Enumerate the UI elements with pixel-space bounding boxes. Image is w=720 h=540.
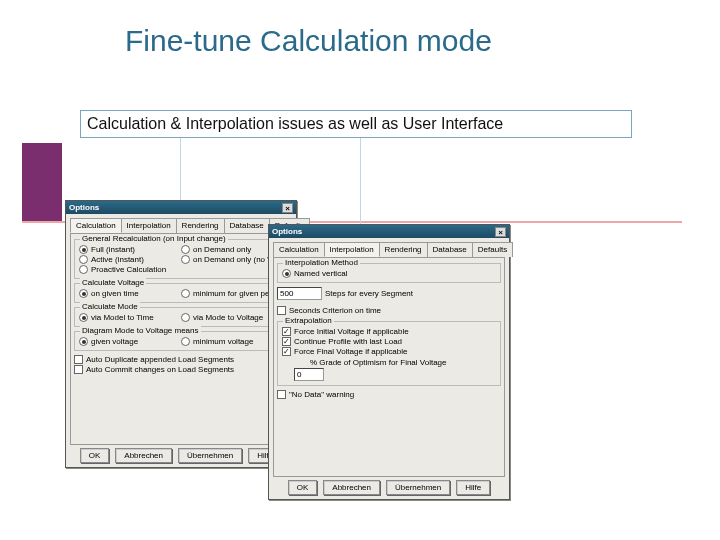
radio-label: on Demand only (193, 245, 251, 254)
arrow-to-calculation (180, 138, 181, 202)
group-legend: General Recalculation (on Input change) (80, 234, 228, 243)
group-legend: Calculate Voltage (80, 278, 146, 287)
radio-label: Active (instant) (91, 255, 144, 264)
radio-on-demand-nowarn[interactable] (181, 255, 190, 264)
ok-button[interactable]: OK (288, 480, 318, 495)
help-button[interactable]: Hilfe (456, 480, 490, 495)
pct-input[interactable] (294, 368, 324, 381)
tab-panel: General Recalculation (on Input change) … (70, 233, 292, 445)
tab-rendering[interactable]: Rendering (379, 242, 428, 257)
group-legend: Calculate Mode (80, 302, 140, 311)
group-extrapolation: Extrapolation Force Initial Voltage if a… (277, 321, 501, 386)
radio-model-to-time[interactable] (79, 313, 88, 322)
check-label: Auto Commit changes on Load Segments (86, 365, 234, 374)
apply-button[interactable]: Übernehmen (386, 480, 450, 495)
ok-button[interactable]: OK (80, 448, 110, 463)
group-legend: Interpolation Method (283, 258, 360, 267)
group-legend: Diagram Mode to Voltage means (80, 326, 201, 335)
close-icon[interactable]: × (282, 203, 293, 213)
tab-defaults[interactable]: Defaults (472, 242, 513, 257)
check-auto-duplicate[interactable] (74, 355, 83, 364)
radio-active-instant[interactable] (79, 255, 88, 264)
radio-on-demand[interactable] (181, 245, 190, 254)
check-force-initial-voltage[interactable] (282, 327, 291, 336)
steps-label: Steps for every Segment (325, 289, 413, 298)
steps-input[interactable] (277, 287, 322, 300)
radio-label: via Model to Time (91, 313, 154, 322)
radio-label: Named vertical (294, 269, 347, 278)
radio-named-vertical[interactable] (282, 269, 291, 278)
tab-interpolation[interactable]: Interpolation (324, 242, 380, 257)
radio-label: Proactive Calculation (91, 265, 166, 274)
options-dialog-interpolation: Options × Calculation Interpolation Rend… (268, 224, 510, 500)
group-legend: Extrapolation (283, 316, 334, 325)
tab-rendering[interactable]: Rendering (176, 218, 225, 233)
check-auto-commit[interactable] (74, 365, 83, 374)
check-continue-profile[interactable] (282, 337, 291, 346)
check-label: Force Final Voltage if applicable (294, 347, 407, 356)
radio-on-given-time[interactable] (79, 289, 88, 298)
window-title: Options (69, 203, 99, 212)
pct-label: % Grade of Optimism for Final Voltage (310, 358, 447, 367)
tab-calculation[interactable]: Calculation (70, 218, 122, 233)
radio-minimum-voltage[interactable] (181, 337, 190, 346)
radio-full-instant[interactable] (79, 245, 88, 254)
subtitle: Calculation & Interpolation issues as we… (80, 110, 632, 138)
check-label: Auto Duplicate appended Load Segments (86, 355, 234, 364)
radio-mode-to-voltage[interactable] (181, 313, 190, 322)
radio-label: given voltage (91, 337, 138, 346)
check-label: Continue Profile with last Load (294, 337, 402, 346)
titlebar[interactable]: Options × (66, 201, 296, 214)
close-icon[interactable]: × (495, 227, 506, 237)
check-seconds-criterion[interactable] (277, 306, 286, 315)
slide-title: Fine-tune Calculation mode (125, 24, 492, 58)
tab-strip: Calculation Interpolation Rendering Data… (70, 218, 292, 233)
group-recalculation: General Recalculation (on Input change) … (74, 239, 288, 279)
button-row: OK Abbrechen Übernehmen Hilfe (66, 448, 296, 463)
radio-proactive[interactable] (79, 265, 88, 274)
tab-calculation[interactable]: Calculation (273, 242, 325, 257)
window-title: Options (272, 227, 302, 236)
accent-block (22, 143, 62, 221)
button-row: OK Abbrechen Übernehmen Hilfe (269, 480, 509, 495)
titlebar[interactable]: Options × (269, 225, 509, 238)
radio-given-voltage[interactable] (79, 337, 88, 346)
arrow-to-interpolation (360, 138, 361, 226)
tab-database[interactable]: Database (224, 218, 270, 233)
radio-label: minimum voltage (193, 337, 253, 346)
group-diagram-mode: Diagram Mode to Voltage means given volt… (74, 331, 288, 351)
check-label: Seconds Criterion on time (289, 306, 381, 315)
group-interp-method: Interpolation Method Named vertical (277, 263, 501, 283)
apply-button[interactable]: Übernehmen (178, 448, 242, 463)
radio-label: via Mode to Voltage (193, 313, 263, 322)
tab-panel: Interpolation Method Named vertical Step… (273, 257, 505, 477)
cancel-button[interactable]: Abbrechen (323, 480, 380, 495)
radio-label: Full (instant) (91, 245, 135, 254)
tab-interpolation[interactable]: Interpolation (121, 218, 177, 233)
radio-min-period[interactable] (181, 289, 190, 298)
check-label: "No Data" warning (289, 390, 354, 399)
check-force-final-voltage[interactable] (282, 347, 291, 356)
options-dialog-calculation: Options × Calculation Interpolation Rend… (65, 200, 297, 468)
check-label: Force Initial Voltage if applicable (294, 327, 409, 336)
cancel-button[interactable]: Abbrechen (115, 448, 172, 463)
radio-label: on given time (91, 289, 139, 298)
tab-strip: Calculation Interpolation Rendering Data… (273, 242, 505, 257)
check-no-data-warning[interactable] (277, 390, 286, 399)
group-calc-voltage: Calculate Voltage on given time minimum … (74, 283, 288, 303)
group-calc-mode: Calculate Mode via Model to Time via Mod… (74, 307, 288, 327)
tab-database[interactable]: Database (427, 242, 473, 257)
